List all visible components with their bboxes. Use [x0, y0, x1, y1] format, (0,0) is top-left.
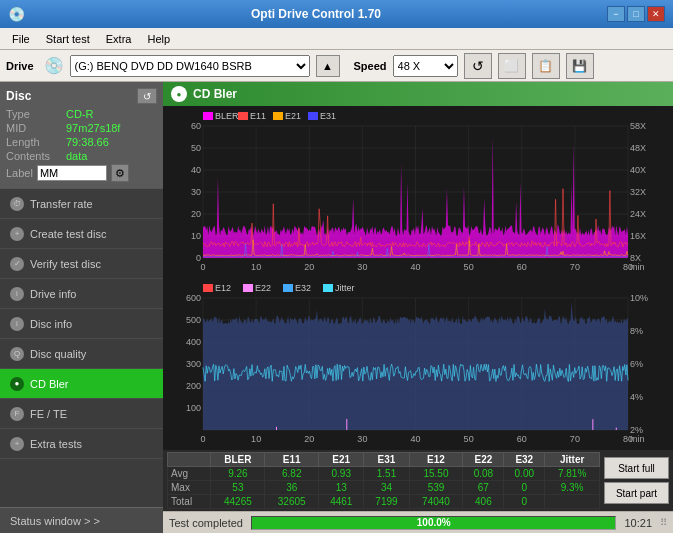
stats-avg-e32: 0.00 — [504, 467, 545, 481]
stats-col-e22: E22 — [463, 453, 504, 467]
menu-start-test[interactable]: Start test — [38, 31, 98, 47]
stats-avg-e21: 0.93 — [319, 467, 364, 481]
stats-max-label: Max — [168, 481, 211, 495]
stats-avg-bler: 9.26 — [211, 467, 265, 481]
stats-max-e32: 0 — [504, 481, 545, 495]
stats-col-e32: E32 — [504, 453, 545, 467]
stats-row-max: Max 53 36 13 34 539 67 0 9.3% — [168, 481, 600, 495]
chart1-wrapper — [163, 106, 673, 278]
stats-total-e11: 32605 — [265, 495, 319, 509]
sidebar-label-transfer-rate: Transfer rate — [30, 198, 93, 210]
disc-mid-label: MID — [6, 122, 66, 134]
bler-title: CD Bler — [193, 87, 237, 101]
stats-total-jitter — [545, 495, 600, 509]
speed-select[interactable]: 48 X — [393, 55, 458, 77]
sidebar-item-extra-tests[interactable]: + Extra tests — [0, 429, 163, 459]
stats-avg-jitter: 7.81% — [545, 467, 600, 481]
app-title: Opti Drive Control 1.70 — [25, 7, 607, 21]
sidebar: Disc ↺ Type CD-R MID 97m27s18f Length 79… — [0, 82, 163, 533]
sidebar-item-disc-quality[interactable]: Q Disc quality — [0, 339, 163, 369]
erase-button[interactable]: ⬜ — [498, 53, 526, 79]
cd-bler-icon: ● — [10, 377, 24, 391]
disc-info-icon: i — [10, 317, 24, 331]
copy-button[interactable]: 📋 — [532, 53, 560, 79]
sidebar-item-verify-test-disc[interactable]: ✓ Verify test disc — [0, 249, 163, 279]
main-layout: Disc ↺ Type CD-R MID 97m27s18f Length 79… — [0, 82, 673, 533]
sidebar-label-cd-bler: CD Bler — [30, 378, 69, 390]
save-button[interactable]: 💾 — [566, 53, 594, 79]
extra-tests-icon: + — [10, 437, 24, 451]
disc-label-key: Label — [6, 167, 33, 179]
stats-total-e12: 74040 — [409, 495, 463, 509]
start-part-button[interactable]: Start part — [604, 482, 669, 504]
sidebar-item-drive-info[interactable]: i Drive info — [0, 279, 163, 309]
stats-col-bler: BLER — [211, 453, 265, 467]
disc-panel: Disc ↺ Type CD-R MID 97m27s18f Length 79… — [0, 82, 163, 189]
stats-max-e21: 13 — [319, 481, 364, 495]
status-window-button[interactable]: Status window > > — [0, 507, 163, 533]
stats-col-e12: E12 — [409, 453, 463, 467]
status-window-label: Status window > > — [10, 515, 100, 527]
sidebar-item-fe-te[interactable]: F FE / TE — [0, 399, 163, 429]
stats-col-e21: E21 — [319, 453, 364, 467]
app-icon: 💿 — [8, 6, 25, 22]
menu-extra[interactable]: Extra — [98, 31, 140, 47]
close-button[interactable]: ✕ — [647, 6, 665, 22]
drive-eject-button[interactable]: ▲ — [316, 55, 340, 77]
maximize-button[interactable]: □ — [627, 6, 645, 22]
stats-total-e31: 7199 — [364, 495, 409, 509]
stats-col-e31: E31 — [364, 453, 409, 467]
disc-label-settings-button[interactable]: ⚙ — [111, 164, 129, 182]
bler-chart — [163, 106, 673, 278]
minimize-button[interactable]: − — [607, 6, 625, 22]
resize-grip: ⠿ — [660, 517, 667, 528]
e12-chart — [163, 278, 673, 450]
progress-bar: 100.0% — [251, 516, 616, 530]
stats-max-bler: 53 — [211, 481, 265, 495]
stats-avg-label: Avg — [168, 467, 211, 481]
window-controls: − □ ✕ — [607, 6, 665, 22]
stats-avg-e31: 1.51 — [364, 467, 409, 481]
stats-max-e11: 36 — [265, 481, 319, 495]
fe-te-icon: F — [10, 407, 24, 421]
sidebar-label-drive-info: Drive info — [30, 288, 76, 300]
disc-type-value: CD-R — [66, 108, 94, 120]
stats-col-label — [168, 453, 211, 467]
drive-bar: Drive 💿 (G:) BENQ DVD DD DW1640 BSRB ▲ S… — [0, 50, 673, 82]
charts-container — [163, 106, 673, 450]
stats-max-e22: 67 — [463, 481, 504, 495]
refresh-button[interactable]: ↺ — [464, 53, 492, 79]
status-bar: Test completed 100.0% 10:21 ⠿ — [163, 511, 673, 533]
disc-mid-value: 97m27s18f — [66, 122, 120, 134]
stats-col-jitter: Jitter — [545, 453, 600, 467]
bler-icon: ● — [171, 86, 187, 102]
sidebar-item-disc-info[interactable]: i Disc info — [0, 309, 163, 339]
stats-max-jitter: 9.3% — [545, 481, 600, 495]
drive-select[interactable]: (G:) BENQ DVD DD DW1640 BSRB — [70, 55, 310, 77]
disc-type-label: Type — [6, 108, 66, 120]
create-test-disc-icon: + — [10, 227, 24, 241]
transfer-rate-icon: ⏱ — [10, 197, 24, 211]
sidebar-label-extra-tests: Extra tests — [30, 438, 82, 450]
stats-max-e31: 34 — [364, 481, 409, 495]
disc-label-input[interactable] — [37, 165, 107, 181]
menu-help[interactable]: Help — [139, 31, 178, 47]
sidebar-label-fe-te: FE / TE — [30, 408, 67, 420]
disc-contents-value: data — [66, 150, 87, 162]
stats-total-e22: 406 — [463, 495, 504, 509]
disc-refresh-button[interactable]: ↺ — [137, 88, 157, 104]
stats-total-label: Total — [168, 495, 211, 509]
start-full-button[interactable]: Start full — [604, 457, 669, 479]
sidebar-label-create-test-disc: Create test disc — [30, 228, 106, 240]
menu-file[interactable]: File — [4, 31, 38, 47]
drive-icon: 💿 — [44, 56, 64, 75]
title-bar: 💿 Opti Drive Control 1.70 − □ ✕ — [0, 0, 673, 28]
sidebar-item-transfer-rate[interactable]: ⏱ Transfer rate — [0, 189, 163, 219]
sidebar-item-cd-bler[interactable]: ● CD Bler — [0, 369, 163, 399]
sidebar-item-create-test-disc[interactable]: + Create test disc — [0, 219, 163, 249]
status-time: 10:21 — [624, 517, 652, 529]
stats-area: BLER E11 E21 E31 E12 E22 E32 Jitter — [163, 450, 673, 511]
disc-quality-icon: Q — [10, 347, 24, 361]
stats-total-e32: 0 — [504, 495, 545, 509]
speed-label: Speed — [354, 60, 387, 72]
